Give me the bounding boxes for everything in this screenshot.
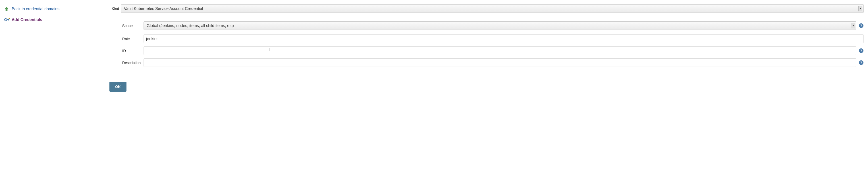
id-label: ID [110, 46, 144, 53]
svg-point-0 [4, 19, 7, 21]
svg-text:?: ? [860, 61, 862, 64]
help-icon[interactable]: ? [859, 23, 864, 28]
back-to-domains-link[interactable]: Back to credential domains [4, 4, 110, 14]
svg-rect-2 [8, 19, 9, 21]
scope-row: Scope Global (Jenkins, nodes, items, all… [110, 21, 864, 30]
description-row: Description ? [110, 58, 864, 67]
svg-text:?: ? [860, 49, 862, 53]
description-label: Description [110, 58, 144, 65]
chevron-down-icon [851, 23, 855, 28]
svg-text:?: ? [860, 24, 862, 28]
role-row: Role [110, 34, 864, 43]
id-row: ID I ? [110, 46, 864, 55]
id-input[interactable] [144, 46, 856, 55]
kind-select[interactable]: Vault Kubernetes Service Account Credent… [121, 4, 864, 13]
help-icon[interactable]: ? [859, 60, 864, 65]
add-credentials-link[interactable]: Add Credentials [4, 15, 110, 24]
kind-row: Kind Vault Kubernetes Service Account Cr… [110, 4, 864, 13]
role-input[interactable] [144, 34, 864, 43]
description-input[interactable] [144, 58, 856, 67]
kind-label: Kind [110, 4, 121, 11]
ok-button[interactable]: OK [110, 82, 126, 92]
up-arrow-icon [4, 6, 12, 12]
key-add-icon [4, 17, 12, 23]
help-icon[interactable]: ? [859, 48, 864, 53]
main-form: Kind Vault Kubernetes Service Account Cr… [110, 4, 868, 92]
role-label: Role [110, 34, 144, 41]
sidebar: Back to credential domains Add Credentia… [0, 4, 110, 92]
scope-select[interactable]: Global (Jenkins, nodes, items, all child… [144, 21, 856, 30]
add-link-label: Add Credentials [12, 17, 42, 22]
back-link-label: Back to credential domains [12, 6, 59, 11]
kind-value: Vault Kubernetes Service Account Credent… [124, 6, 203, 11]
chevron-down-icon [858, 6, 862, 11]
scope-value: Global (Jenkins, nodes, items, all child… [147, 23, 234, 28]
scope-label: Scope [110, 21, 144, 28]
